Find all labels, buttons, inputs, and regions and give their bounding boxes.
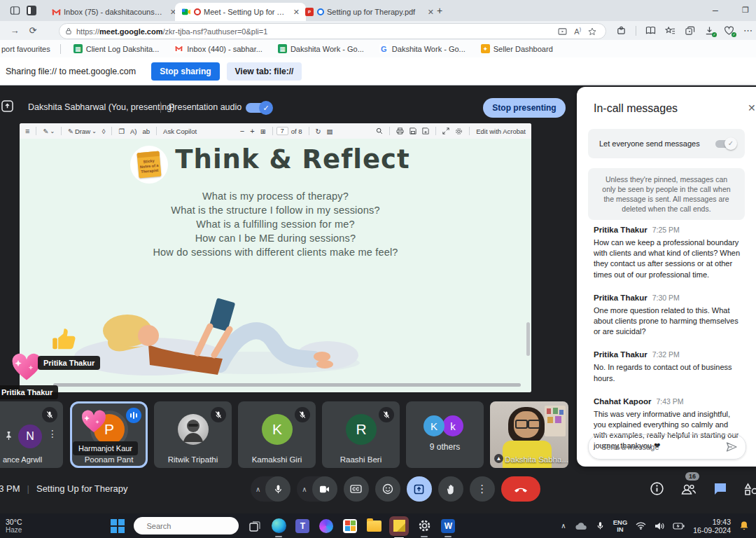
reactions-button[interactable]	[375, 476, 400, 502]
mic-button[interactable]	[265, 476, 290, 502]
bookmark-dakshita-work-1[interactable]: ▦Dakshita Work - Go...	[278, 44, 364, 53]
tray-mic-icon[interactable]	[596, 521, 605, 530]
toc-icon[interactable]: ≡	[25, 127, 29, 135]
horizontal-scrollbar[interactable]	[53, 383, 521, 387]
ask-copilot-button[interactable]: Ask Copilot	[163, 127, 197, 135]
bookmark-inbox[interactable]: Inbox (440) - sabhar...	[174, 44, 262, 53]
send-icon[interactable]	[726, 442, 737, 452]
search-icon[interactable]	[376, 127, 383, 134]
notification-bell-icon[interactable]	[739, 520, 749, 531]
browser-menu-icon[interactable]: ⋯	[743, 25, 753, 36]
tab-pdf[interactable]: P Setting up for Therapy.pdf ✕	[298, 3, 440, 21]
participant-tile[interactable]: N ⋮ ance Agrwll	[0, 401, 63, 468]
tab-preview-icon[interactable]	[27, 6, 36, 15]
mic-control[interactable]: ∧	[251, 476, 290, 502]
favorite-star-icon[interactable]	[588, 27, 596, 36]
captions-button[interactable]	[344, 476, 369, 502]
rotate-icon[interactable]: ↻	[316, 127, 321, 135]
clock-widget[interactable]: 19:43 16-09-2024	[693, 518, 731, 534]
camera-options-chevron-icon[interactable]: ∧	[302, 485, 307, 493]
participant-tile-active[interactable]: P Harmanjot Kaur Poonam Pant	[70, 401, 148, 468]
tab-meet[interactable]: Meet - Setting Up for Thera ✕	[175, 3, 306, 21]
workspaces-icon[interactable]	[10, 6, 20, 15]
settings-gear-icon[interactable]	[455, 127, 463, 135]
zoom-in-icon[interactable]: +	[250, 127, 254, 135]
collections-icon[interactable]	[685, 26, 695, 36]
tile-more-icon[interactable]: ⋮	[48, 428, 57, 439]
tab-close-icon[interactable]: ✕	[426, 8, 436, 17]
bookmark-dakshita-work-2[interactable]: GDakshita Work - Go...	[379, 44, 465, 53]
wifi-icon[interactable]	[636, 522, 646, 530]
presentation-audio-toggle[interactable]: ✓	[246, 103, 271, 113]
stop-sharing-button[interactable]: Stop sharing	[151, 62, 219, 81]
restore-button[interactable]: ❐	[742, 6, 749, 15]
volume-icon[interactable]	[654, 522, 664, 530]
save-as-icon[interactable]	[422, 127, 429, 134]
language-indicator[interactable]: ENGIN	[613, 519, 628, 533]
bookmark-client-log[interactable]: ▦Client Log Dakshita...	[74, 44, 160, 53]
new-tab-button[interactable]: +	[437, 5, 442, 16]
settings-icon[interactable]	[416, 518, 433, 534]
view-tab-button[interactable]: View tab: file://	[227, 62, 302, 81]
stop-presenting-button[interactable]: Stop presenting	[483, 98, 566, 118]
fit-page-icon[interactable]: ⊞	[260, 127, 266, 135]
tab-gmail[interactable]: Inbox (75) - dakshitacounselling ✕	[45, 3, 183, 21]
refresh-icon[interactable]: ⟳	[24, 25, 42, 36]
camera-control[interactable]: ∧	[297, 476, 337, 502]
tray-chevron-icon[interactable]: ∧	[561, 522, 566, 530]
highlight-icon[interactable]: ✎⌄	[43, 127, 55, 135]
save-icon[interactable]	[410, 127, 416, 134]
people-panel-icon[interactable]: 16	[680, 482, 697, 496]
page-view-icon[interactable]: ❐	[118, 127, 125, 135]
downloads-icon[interactable]: ✓	[704, 26, 715, 36]
tab-media-icon[interactable]	[558, 28, 567, 35]
read-aloud-icon[interactable]: A)	[130, 127, 137, 135]
file-explorer-icon[interactable]	[365, 518, 382, 534]
fullscreen-icon[interactable]	[442, 127, 449, 134]
print-icon[interactable]	[396, 127, 404, 134]
vertical-scrollbar[interactable]	[526, 322, 530, 356]
start-button[interactable]	[109, 518, 126, 534]
sticky-notes-icon-active[interactable]	[389, 516, 409, 536]
battery-icon[interactable]	[673, 523, 685, 530]
edit-with-acrobat-button[interactable]: Edit with Acrobat	[476, 127, 526, 135]
camera-button[interactable]	[312, 476, 337, 502]
participant-tile[interactable]: K Kamakshi Giri	[238, 401, 316, 468]
onedrive-icon[interactable]	[575, 522, 587, 530]
teams-icon[interactable]: T	[294, 518, 311, 534]
split-screen-icon[interactable]	[645, 26, 656, 35]
task-view-icon[interactable]	[246, 518, 263, 534]
participant-tile[interactable]: Ritwik Tripathi	[154, 401, 232, 468]
forward-icon[interactable]: →	[6, 25, 24, 36]
favorites-icon[interactable]	[665, 26, 676, 36]
zoom-out-icon[interactable]: −	[240, 127, 244, 135]
page-number-input[interactable]: 7	[276, 127, 288, 135]
copilot-icon[interactable]	[318, 518, 335, 534]
browser-essentials-icon[interactable]: ✓	[724, 26, 734, 36]
extensions-icon[interactable]	[616, 25, 626, 36]
pin-icon[interactable]	[4, 431, 13, 441]
ms-store-icon[interactable]	[342, 518, 358, 534]
present-button-active[interactable]	[407, 476, 432, 502]
send-messages-toggle[interactable]: ✓	[715, 140, 735, 148]
overflow-participants-tile[interactable]: K k 9 others	[406, 401, 484, 468]
chat-panel-icon-active[interactable]	[713, 482, 727, 496]
bookmarks-overflow-label[interactable]: port favourites	[1, 45, 50, 53]
draw-tool[interactable]: ✎ Draw ⌄	[68, 127, 97, 135]
layout-icon[interactable]: ▤	[327, 127, 333, 135]
end-call-button[interactable]	[501, 476, 540, 502]
minimize-button[interactable]: –	[713, 4, 718, 15]
close-icon[interactable]: ✕	[748, 102, 756, 113]
text-select-icon[interactable]: ab	[143, 127, 150, 135]
more-options-button[interactable]: ⋮	[470, 476, 495, 502]
raise-hand-button[interactable]	[438, 476, 463, 502]
mic-options-chevron-icon[interactable]: ∧	[255, 485, 260, 493]
address-bar[interactable]: https://meet.google.com/zkr-tjba-nsf?aut…	[59, 23, 606, 39]
self-view-tile[interactable]: Dakshita Sabha... ▲	[490, 401, 568, 468]
edge-icon[interactable]	[270, 518, 287, 534]
weather-widget[interactable]: 30°C Haze	[6, 518, 22, 534]
taskbar-search-box[interactable]	[134, 517, 239, 534]
bookmark-seller-dashboard[interactable]: ✦Seller Dashboard	[481, 44, 553, 53]
chat-input[interactable]	[600, 442, 726, 452]
erase-icon[interactable]: ◊	[102, 127, 106, 135]
